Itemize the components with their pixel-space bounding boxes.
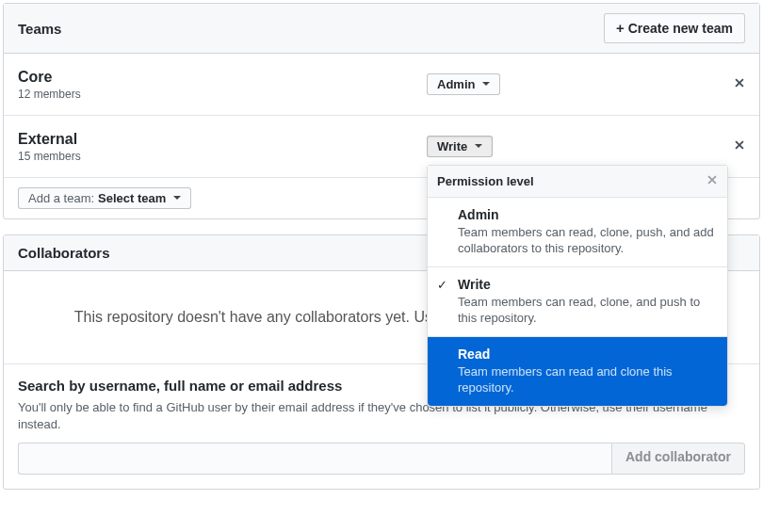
add-team-select-label: Select team xyxy=(98,191,166,205)
create-new-team-label: Create new team xyxy=(628,20,733,37)
team-members-count: 12 members xyxy=(18,88,427,101)
caret-down-icon xyxy=(173,196,181,203)
team-info: External 15 members xyxy=(18,130,427,163)
dropdown-item-desc: Team members can read, clone, and push t… xyxy=(458,294,716,327)
team-info: Core 12 members xyxy=(18,68,427,101)
permission-label: Admin xyxy=(437,77,475,91)
close-icon xyxy=(734,138,745,152)
permission-select[interactable]: Admin xyxy=(427,73,500,95)
create-new-team-button[interactable]: + Create new team xyxy=(604,13,745,43)
dropdown-item-admin[interactable]: Admin Team members can read, clone, push… xyxy=(428,198,727,267)
teams-header: Teams + Create new team xyxy=(4,4,759,54)
dropdown-item-desc: Team members can read, clone, push, and … xyxy=(458,224,716,257)
dropdown-close-button[interactable] xyxy=(706,173,718,189)
dropdown-title: Permission level xyxy=(437,174,534,188)
dropdown-item-title: Read xyxy=(458,347,716,362)
dropdown-item-write[interactable]: ✓ Write Team members can read, clone, an… xyxy=(428,267,727,337)
dropdown-item-desc: Team members can read and clone this rep… xyxy=(458,363,716,396)
caret-down-icon xyxy=(475,144,482,152)
caret-down-icon xyxy=(482,82,490,89)
permission-label: Write xyxy=(437,139,467,153)
teams-title: Teams xyxy=(18,21,61,37)
team-members-count: 15 members xyxy=(18,150,427,163)
dropdown-header: Permission level xyxy=(428,166,727,198)
dropdown-item-title: Admin xyxy=(458,207,716,222)
remove-team-button[interactable] xyxy=(734,76,745,89)
table-row: Core 12 members Admin xyxy=(4,54,759,116)
close-icon xyxy=(734,76,745,89)
add-team-prefix: Add a team: xyxy=(28,191,94,205)
dropdown-item-read[interactable]: Read Team members can read and clone thi… xyxy=(428,337,727,406)
search-row: Add collaborator xyxy=(18,443,745,475)
plus-icon: + xyxy=(616,22,625,35)
collaborator-search-input[interactable] xyxy=(18,443,611,475)
close-icon xyxy=(706,173,718,186)
collaborators-title: Collaborators xyxy=(18,245,110,261)
remove-team-button[interactable] xyxy=(734,138,745,152)
add-team-select[interactable]: Add a team: Select team xyxy=(18,187,191,209)
team-name: Core xyxy=(18,68,427,88)
dropdown-item-title: Write xyxy=(458,277,716,292)
permission-select[interactable]: Write xyxy=(427,136,493,157)
check-icon: ✓ xyxy=(437,278,447,292)
add-collaborator-button[interactable]: Add collaborator xyxy=(611,443,745,475)
permission-dropdown: Permission level Admin Team members can … xyxy=(427,165,728,407)
team-name: External xyxy=(18,130,427,150)
